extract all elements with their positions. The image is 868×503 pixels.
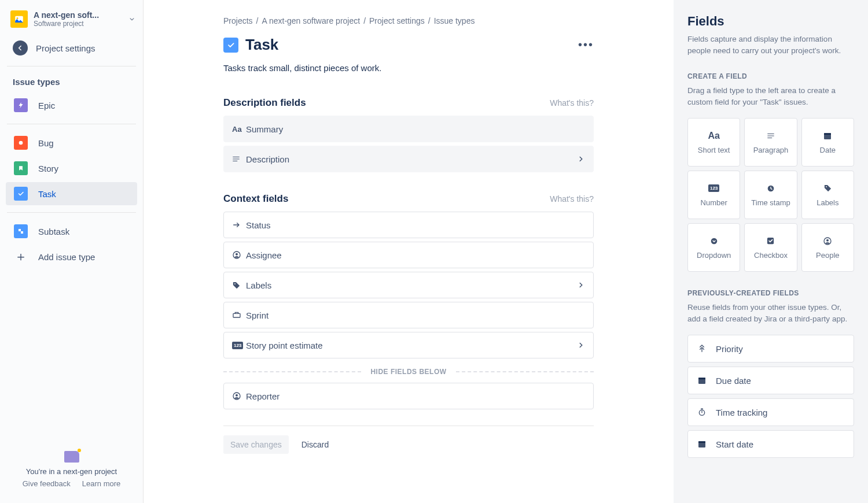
- more-actions-button[interactable]: •••: [578, 38, 594, 51]
- whats-this-link[interactable]: What's this?: [550, 194, 594, 204]
- breadcrumb: Projects/ A next-gen software project/ P…: [223, 16, 594, 25]
- field-type-date[interactable]: Date: [801, 118, 854, 167]
- chevron-down-icon: [128, 15, 136, 23]
- field-type-number[interactable]: 123 Number: [687, 171, 740, 219]
- field-label: Status: [246, 220, 271, 230]
- svg-rect-3: [19, 229, 21, 231]
- field-type-short-text[interactable]: Aa Short text: [687, 118, 740, 167]
- sidebar-item-task[interactable]: Task: [6, 182, 137, 205]
- project-title: A next-gen soft...: [34, 10, 122, 20]
- text-icon: Aa: [232, 125, 246, 134]
- field-type-dropdown[interactable]: Dropdown: [687, 223, 740, 272]
- calendar-icon: [697, 376, 708, 385]
- sidebar-footer: You're in a next-gen project Give feedba…: [0, 443, 143, 497]
- field-type-label: Dropdown: [697, 251, 731, 260]
- give-feedback-link[interactable]: Give feedback: [23, 479, 71, 488]
- epic-icon: [14, 98, 28, 112]
- field-label: Story point estimate: [246, 341, 323, 350]
- field-description[interactable]: Description: [223, 146, 594, 172]
- arrow-right-icon: [232, 220, 246, 230]
- field-type-labels[interactable]: Labels: [801, 171, 854, 219]
- sidebar: A next-gen soft... Software project Proj…: [0, 0, 144, 503]
- field-type-people[interactable]: People: [801, 223, 854, 272]
- page-title: Task: [245, 36, 278, 54]
- subtask-icon: [14, 224, 28, 238]
- sidebar-item-label: Epic: [38, 101, 55, 110]
- field-status[interactable]: Status: [223, 212, 594, 238]
- breadcrumb-item[interactable]: Project settings: [369, 16, 425, 25]
- hide-fields-divider: HIDE FIELDS BELOW: [223, 368, 594, 376]
- sidebar-item-label: Task: [38, 189, 56, 199]
- person-icon: [232, 250, 246, 260]
- person-icon: [232, 391, 246, 401]
- sidebar-item-bug[interactable]: Bug: [6, 131, 137, 154]
- calendar-icon: [697, 439, 708, 449]
- field-label: Sprint: [246, 310, 269, 320]
- learn-more-link[interactable]: Learn more: [82, 479, 120, 488]
- field-summary[interactable]: Aa Summary: [223, 116, 594, 142]
- sidebar-item-story[interactable]: Story: [6, 157, 137, 180]
- clock-icon: [766, 183, 775, 194]
- project-subtitle: Software project: [34, 20, 122, 28]
- field-type-paragraph[interactable]: Paragraph: [744, 118, 797, 167]
- sidebar-item-subtask[interactable]: Subtask: [6, 220, 137, 243]
- field-type-timestamp[interactable]: Time stamp: [744, 171, 797, 219]
- field-story-points[interactable]: 123 Story point estimate: [223, 332, 594, 358]
- field-sprint[interactable]: Sprint: [223, 302, 594, 328]
- arrow-left-icon: [13, 40, 28, 56]
- save-changes-button[interactable]: Save changes: [223, 435, 289, 454]
- sidebar-item-epic[interactable]: Epic: [6, 94, 137, 117]
- field-type-label: Paragraph: [753, 146, 789, 154]
- sidebar-item-label: Subtask: [38, 227, 69, 236]
- breadcrumb-item[interactable]: A next-gen software project: [262, 16, 360, 25]
- text-icon: Aa: [708, 131, 719, 141]
- field-labels[interactable]: Labels: [223, 272, 594, 298]
- folder-icon: [64, 451, 79, 463]
- field-type-checkbox[interactable]: Checkbox: [744, 223, 797, 272]
- field-label: Assignee: [246, 250, 282, 260]
- back-to-project-settings[interactable]: Project settings: [0, 36, 143, 66]
- sidebar-heading: Issue types: [0, 66, 143, 93]
- project-avatar-icon: [10, 10, 28, 28]
- sidebar-item-label: Bug: [38, 138, 54, 148]
- breadcrumb-item[interactable]: Projects: [223, 16, 253, 25]
- prev-field-priority[interactable]: Priority: [687, 335, 854, 363]
- sidebar-item-label: Story: [38, 164, 58, 173]
- dropdown-icon: [709, 236, 719, 246]
- task-icon: [223, 38, 238, 53]
- person-icon: [823, 236, 832, 246]
- whats-this-link[interactable]: What's this?: [550, 98, 594, 108]
- tag-icon: [232, 281, 246, 290]
- prev-field-start-date[interactable]: Start date: [687, 430, 854, 458]
- sprint-icon: [232, 310, 246, 320]
- checkbox-icon: [766, 236, 775, 246]
- prev-field-label: Priority: [716, 344, 743, 354]
- svg-rect-23: [698, 442, 705, 443]
- bug-icon: [14, 136, 28, 150]
- sidebar-item-label: Add issue type: [38, 252, 95, 262]
- project-switcher[interactable]: A next-gen soft... Software project: [0, 10, 143, 36]
- add-issue-type[interactable]: ＋ Add issue type: [6, 245, 137, 268]
- field-reporter[interactable]: Reporter: [223, 383, 594, 409]
- prev-field-time-tracking[interactable]: Time tracking: [687, 398, 854, 426]
- field-label: Labels: [246, 280, 271, 290]
- prev-field-due-date[interactable]: Due date: [687, 367, 854, 394]
- breadcrumb-item[interactable]: Issue types: [434, 16, 475, 25]
- svg-point-2: [19, 141, 23, 145]
- svg-point-1: [17, 17, 19, 19]
- field-type-label: Labels: [816, 198, 838, 207]
- svg-rect-4: [21, 231, 23, 234]
- section-title-description: Description fields: [223, 97, 306, 109]
- page-description: Tasks track small, distinct pieces of wo…: [223, 63, 594, 73]
- field-type-label: Date: [820, 146, 836, 154]
- section-title-context: Context fields: [223, 193, 288, 205]
- field-assignee[interactable]: Assignee: [223, 242, 594, 268]
- discard-button[interactable]: Discard: [295, 435, 336, 454]
- field-type-label: People: [816, 251, 839, 260]
- panel-description: Fields capture and display the informati…: [687, 34, 854, 56]
- svg-point-7: [234, 283, 236, 284]
- svg-point-10: [236, 394, 238, 397]
- field-label: Description: [246, 154, 289, 164]
- number-icon: 123: [708, 183, 719, 194]
- field-type-label: Short text: [698, 146, 730, 154]
